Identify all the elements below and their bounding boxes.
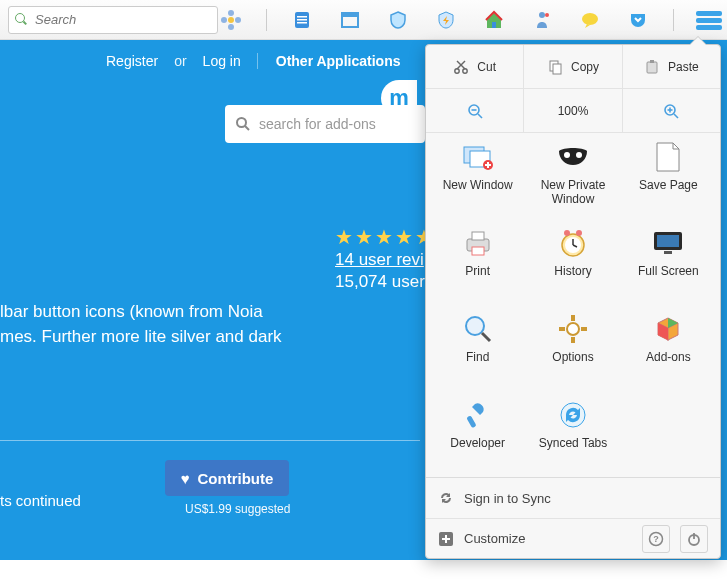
addon-search-input[interactable]: search for add-ons (225, 105, 425, 143)
addon-search-placeholder: search for add-ons (259, 116, 376, 132)
contribute-button[interactable]: Contribute (165, 460, 289, 496)
customize-label: Customize (464, 531, 525, 546)
zoom-in-icon (663, 103, 679, 119)
svg-rect-55 (571, 337, 575, 343)
search-icon (15, 13, 29, 27)
panel-arrow (690, 37, 706, 45)
svg-point-15 (237, 118, 246, 127)
svg-line-26 (478, 114, 482, 118)
shield-blue-icon[interactable] (385, 7, 411, 33)
addon-description: lbar button icons (known from Noia mes. … (0, 300, 330, 349)
full-screen-label: Full Screen (638, 265, 699, 279)
magnifier-icon (462, 313, 494, 345)
zoom-out-button[interactable] (426, 89, 524, 132)
options-label: Options (552, 351, 593, 365)
svg-rect-54 (571, 315, 575, 321)
speech-bubble-icon[interactable] (577, 7, 603, 33)
zoom-row: 100% (426, 89, 720, 133)
svg-rect-22 (553, 64, 561, 74)
paste-button[interactable]: Paste (623, 45, 720, 88)
pocket-icon[interactable] (625, 7, 651, 33)
full-screen-button[interactable]: Full Screen (621, 227, 716, 299)
svg-rect-49 (657, 235, 679, 247)
svg-rect-11 (492, 22, 496, 28)
options-button[interactable]: Options (525, 313, 620, 385)
copy-button[interactable]: Copy (524, 45, 622, 88)
svg-point-13 (545, 13, 549, 17)
sync-small-icon (438, 490, 454, 506)
svg-rect-57 (581, 327, 587, 331)
svg-point-47 (576, 230, 582, 236)
print-button[interactable]: Print (430, 227, 525, 299)
svg-line-16 (245, 126, 249, 130)
mask-icon (557, 141, 589, 173)
clipboard-icon[interactable] (289, 7, 315, 33)
cut-icon (453, 59, 469, 75)
plus-box-icon (438, 531, 454, 547)
new-window-button[interactable]: New Window (430, 141, 525, 213)
menu-grid: New Window New Private Window Save Page … (426, 133, 720, 477)
developer-button[interactable]: Developer (430, 399, 525, 471)
figure-icon[interactable] (529, 7, 555, 33)
zoom-in-button[interactable] (623, 89, 720, 132)
svg-point-18 (463, 68, 467, 72)
search-input[interactable]: Search (8, 6, 218, 34)
new-private-window-label: New Private Window (525, 179, 620, 207)
svg-point-14 (582, 13, 598, 25)
save-page-label: Save Page (639, 179, 698, 193)
zoom-value: 100% (558, 104, 589, 118)
browser-toolbar: Search (0, 0, 727, 40)
svg-point-37 (564, 152, 570, 158)
house-icon[interactable] (481, 7, 507, 33)
synced-tabs-label: Synced Tabs (539, 437, 608, 451)
help-icon: ? (648, 531, 664, 547)
quit-button[interactable] (680, 525, 708, 553)
separator (673, 9, 674, 31)
panel-footer: Sign in to Sync Customize ? (426, 477, 720, 558)
login-link[interactable]: Log in (203, 53, 241, 69)
find-button[interactable]: Find (430, 313, 525, 385)
svg-point-0 (228, 17, 234, 23)
svg-rect-6 (297, 16, 307, 18)
copy-icon (547, 59, 563, 75)
cut-label: Cut (477, 60, 496, 74)
new-private-window-button[interactable]: New Private Window (525, 141, 620, 213)
sign-in-label: Sign in to Sync (464, 491, 551, 506)
svg-rect-10 (342, 13, 358, 17)
developer-label: Developer (450, 437, 505, 451)
section-divider (0, 440, 420, 441)
flower-icon[interactable] (218, 7, 244, 33)
window-icon[interactable] (337, 7, 363, 33)
other-applications-link[interactable]: Other Applications (257, 53, 401, 69)
svg-point-1 (228, 10, 234, 16)
zoom-level[interactable]: 100% (524, 89, 622, 132)
save-page-button[interactable]: Save Page (621, 141, 716, 213)
search-icon (235, 116, 251, 132)
register-link[interactable]: Register (106, 53, 158, 69)
page-icon (652, 141, 684, 173)
history-button[interactable]: History (525, 227, 620, 299)
paste-label: Paste (668, 60, 699, 74)
help-button[interactable]: ? (642, 525, 670, 553)
svg-rect-7 (297, 19, 307, 21)
monitor-icon (652, 227, 684, 259)
synced-tabs-button[interactable]: Synced Tabs (525, 399, 620, 471)
addons-label: Add-ons (646, 351, 691, 365)
customize-button[interactable]: Customize (438, 531, 525, 547)
hamburger-menu-button[interactable] (696, 7, 722, 33)
new-window-icon (462, 141, 494, 173)
svg-point-51 (466, 317, 484, 335)
svg-rect-23 (647, 62, 657, 73)
reviews-link[interactable]: 14 user revi (335, 250, 424, 270)
printer-icon (462, 227, 494, 259)
page-footer (0, 560, 727, 579)
shield-bolt-icon[interactable] (433, 7, 459, 33)
sign-in-sync-button[interactable]: Sign in to Sync (426, 478, 720, 518)
svg-rect-24 (650, 60, 654, 63)
addons-button[interactable]: Add-ons (621, 313, 716, 385)
svg-text:?: ? (653, 534, 659, 544)
clock-icon (557, 227, 589, 259)
cut-button[interactable]: Cut (426, 45, 524, 88)
contribute-label: Contribute (198, 470, 274, 487)
new-window-label: New Window (443, 179, 513, 193)
